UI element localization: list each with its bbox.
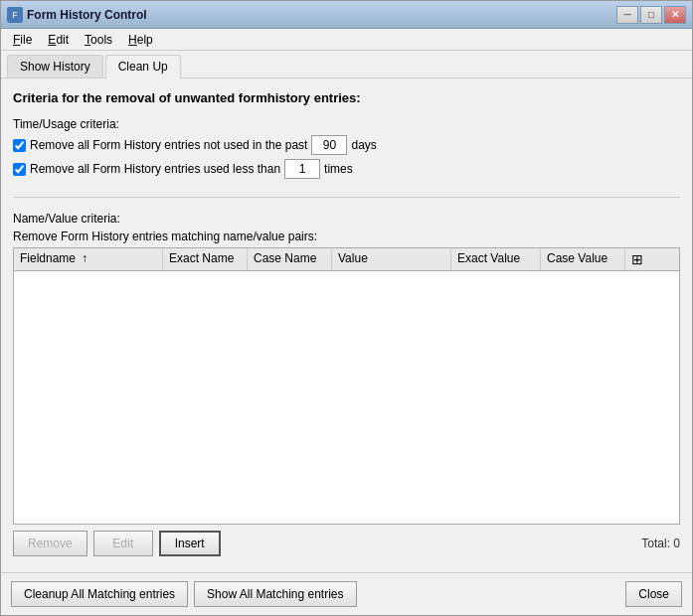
- checkbox1-label-before: Remove all Form History entries not used…: [30, 138, 307, 152]
- entries-table: Fieldname ↑ Exact Name Case Name Value E…: [13, 247, 680, 525]
- checkbox2-label-after: times: [324, 162, 353, 176]
- insert-button[interactable]: Insert: [159, 531, 221, 556]
- bottom-bar: Cleanup All Matching entries Show All Ma…: [1, 572, 692, 615]
- checkbox-row-2: Remove all Form History entries used les…: [13, 159, 680, 179]
- title-bar: F Form History Control ─ □ ✕: [1, 1, 692, 29]
- main-content: Criteria for the removal of unwanted for…: [1, 78, 692, 572]
- tab-show-history[interactable]: Show History: [7, 55, 103, 77]
- main-window: F Form History Control ─ □ ✕ File Edit T…: [0, 0, 693, 616]
- divider: [13, 197, 680, 198]
- col-exact-value: Exact Value: [451, 248, 541, 270]
- maximize-button[interactable]: □: [640, 6, 662, 24]
- days-input[interactable]: [311, 135, 347, 155]
- close-button[interactable]: Close: [625, 581, 682, 607]
- time-criteria-section: Time/Usage criteria: Remove all Form His…: [13, 117, 680, 183]
- name-value-label: Name/Value criteria:: [13, 212, 680, 226]
- col-exact-name: Exact Name: [163, 248, 248, 270]
- checkbox2-label-before: Remove all Form History entries used les…: [30, 162, 280, 176]
- col-add-icon: ⊞: [625, 248, 649, 270]
- checkbox-used-less[interactable]: [13, 163, 26, 176]
- show-all-matching-button[interactable]: Show All Matching entries: [194, 581, 356, 607]
- table-actions: Remove Edit Insert Total: 0: [13, 525, 680, 560]
- title-bar-left: F Form History Control: [7, 7, 147, 23]
- menu-edit[interactable]: Edit: [40, 31, 77, 48]
- menu-help[interactable]: Help: [120, 31, 161, 48]
- col-value: Value: [332, 248, 451, 270]
- name-value-section: Name/Value criteria: Remove Form History…: [13, 212, 680, 560]
- window-close-button[interactable]: ✕: [664, 6, 686, 24]
- col-fieldname: Fieldname ↑: [14, 248, 163, 270]
- table-body: [14, 271, 679, 524]
- col-case-value: Case Value: [541, 248, 625, 270]
- total-label: Total: 0: [641, 537, 680, 550]
- checkbox-row-1: Remove all Form History entries not used…: [13, 135, 680, 155]
- tabs-bar: Show History Clean Up: [1, 51, 692, 78]
- window-title: Form History Control: [27, 8, 147, 22]
- bottom-left-buttons: Cleanup All Matching entries Show All Ma…: [11, 581, 357, 607]
- checkbox1-label-after: days: [351, 138, 376, 152]
- col-case-name: Case Name: [248, 248, 332, 270]
- remove-button[interactable]: Remove: [13, 531, 87, 556]
- table-header: Fieldname ↑ Exact Name Case Name Value E…: [14, 248, 679, 271]
- times-input[interactable]: [284, 159, 320, 179]
- menu-bar: File Edit Tools Help: [1, 29, 692, 51]
- table-buttons: Remove Edit Insert: [13, 531, 221, 556]
- tab-clean-up[interactable]: Clean Up: [105, 55, 181, 78]
- time-label: Time/Usage criteria:: [13, 117, 680, 131]
- minimize-button[interactable]: ─: [616, 6, 638, 24]
- title-buttons: ─ □ ✕: [616, 6, 686, 24]
- menu-tools[interactable]: Tools: [77, 31, 120, 48]
- checkbox-not-used[interactable]: [13, 139, 26, 152]
- edit-button[interactable]: Edit: [93, 531, 153, 556]
- cleanup-matching-button[interactable]: Cleanup All Matching entries: [11, 581, 188, 607]
- table-desc: Remove Form History entries matching nam…: [13, 230, 680, 243]
- menu-file[interactable]: File: [5, 31, 40, 48]
- app-icon: F: [7, 7, 23, 23]
- section-title: Criteria for the removal of unwanted for…: [13, 90, 680, 105]
